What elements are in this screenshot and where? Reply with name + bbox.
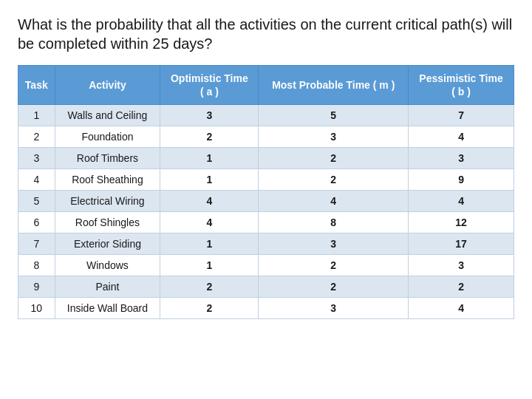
cell-activity: Paint <box>55 276 160 298</box>
cell-activity: Electrical Wiring <box>55 191 160 212</box>
cell-pessimistic: 4 <box>409 191 514 212</box>
cell-optimistic: 4 <box>160 212 259 233</box>
cell-activity: Foundation <box>55 126 160 148</box>
table-row: 2Foundation234 <box>18 126 514 148</box>
cell-pessimistic: 4 <box>409 126 514 148</box>
cell-activity: Roof Timbers <box>55 148 160 169</box>
cell-optimistic: 4 <box>160 191 259 212</box>
cell-most-probable: 4 <box>259 191 409 212</box>
cell-pessimistic: 17 <box>409 233 514 255</box>
table-row: 10Inside Wall Board234 <box>18 298 514 319</box>
cell-activity: Roof Sheathing <box>55 169 160 191</box>
table-row: 6Roof Shingles4812 <box>18 212 514 233</box>
cell-optimistic: 2 <box>160 126 259 148</box>
cell-optimistic: 2 <box>160 276 259 298</box>
table-row: 8Windows123 <box>18 255 514 276</box>
cell-most-probable: 5 <box>259 105 409 126</box>
cell-most-probable: 8 <box>259 212 409 233</box>
table-row: 7Exterior Siding1317 <box>18 233 514 255</box>
col-header-optimistic: Optimistic Time( a ) <box>160 66 259 105</box>
table-row: 3Roof Timbers123 <box>18 148 514 169</box>
col-header-pessimistic: Pessimistic Time( b ) <box>409 66 514 105</box>
cell-task: 4 <box>18 169 55 191</box>
main-table-wrapper: Task Activity Optimistic Time( a ) Most … <box>18 65 514 319</box>
table-row: 5Electrical Wiring444 <box>18 191 514 212</box>
page-heading: What is the probability that all the act… <box>18 15 514 53</box>
table-row: 4Roof Sheathing129 <box>18 169 514 191</box>
cell-pessimistic: 7 <box>409 105 514 126</box>
cell-most-probable: 3 <box>259 233 409 255</box>
cell-activity: Exterior Siding <box>55 233 160 255</box>
cell-optimistic: 1 <box>160 148 259 169</box>
cell-task: 7 <box>18 233 55 255</box>
cell-activity: Windows <box>55 255 160 276</box>
cell-task: 6 <box>18 212 55 233</box>
cell-pessimistic: 4 <box>409 298 514 319</box>
table-row: 9Paint222 <box>18 276 514 298</box>
cell-pessimistic: 9 <box>409 169 514 191</box>
cell-optimistic: 1 <box>160 233 259 255</box>
col-header-task: Task <box>18 66 55 105</box>
col-header-most-probable: Most Probable Time ( m ) <box>259 66 409 105</box>
cell-task: 2 <box>18 126 55 148</box>
cell-pessimistic: 3 <box>409 148 514 169</box>
cell-most-probable: 2 <box>259 148 409 169</box>
cell-most-probable: 2 <box>259 169 409 191</box>
table-header-row: Task Activity Optimistic Time( a ) Most … <box>18 66 514 105</box>
cell-optimistic: 1 <box>160 169 259 191</box>
cell-most-probable: 3 <box>259 298 409 319</box>
table-row: 1Walls and Ceiling357 <box>18 105 514 126</box>
cell-task: 8 <box>18 255 55 276</box>
cell-optimistic: 1 <box>160 255 259 276</box>
cell-task: 1 <box>18 105 55 126</box>
cell-activity: Inside Wall Board <box>55 298 160 319</box>
cell-optimistic: 2 <box>160 298 259 319</box>
cell-task: 9 <box>18 276 55 298</box>
cell-optimistic: 3 <box>160 105 259 126</box>
cell-activity: Roof Shingles <box>55 212 160 233</box>
cell-most-probable: 3 <box>259 126 409 148</box>
cell-pessimistic: 12 <box>409 212 514 233</box>
activity-table: Task Activity Optimistic Time( a ) Most … <box>18 65 514 319</box>
cell-task: 5 <box>18 191 55 212</box>
cell-pessimistic: 2 <box>409 276 514 298</box>
cell-task: 3 <box>18 148 55 169</box>
cell-pessimistic: 3 <box>409 255 514 276</box>
cell-most-probable: 2 <box>259 276 409 298</box>
cell-activity: Walls and Ceiling <box>55 105 160 126</box>
cell-most-probable: 2 <box>259 255 409 276</box>
cell-task: 10 <box>18 298 55 319</box>
col-header-activity: Activity <box>55 66 160 105</box>
